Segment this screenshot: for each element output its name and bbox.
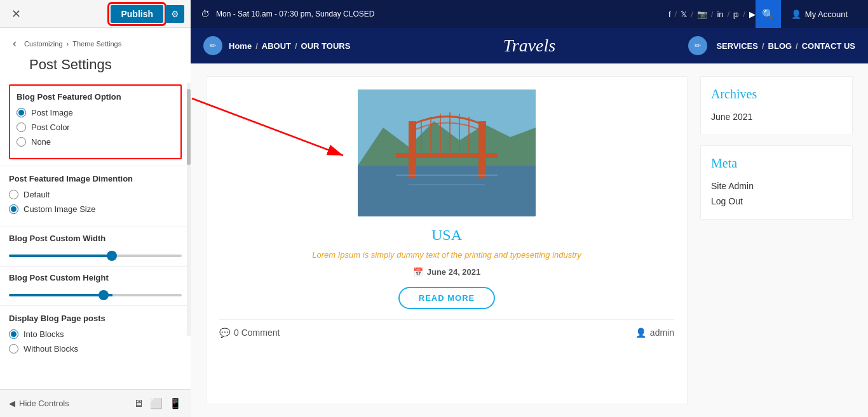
option-post-color-label: Post Color xyxy=(31,122,70,132)
panel-scrollbar[interactable] xyxy=(187,83,191,336)
option-none-label: None xyxy=(31,137,51,147)
bottom-bar: ◀ Hide Controls 🖥 ⬜ 📱 xyxy=(0,389,191,417)
breadcrumb-area: ‹ Customizing › Theme Settings xyxy=(0,28,191,55)
youtube-icon[interactable]: ▶ xyxy=(749,10,756,19)
read-more-button[interactable]: READ MORE xyxy=(398,287,495,309)
gear-button[interactable]: ⚙ xyxy=(166,5,184,23)
featured-option-title: Blog Post Featured Option xyxy=(17,92,174,102)
page-title: Post Settings xyxy=(0,55,191,79)
author-name: admin xyxy=(650,328,674,338)
header-info: ⏱ Mon - Sat 10.am - 07:30 pm, Sunday CLO… xyxy=(201,9,668,19)
hide-controls[interactable]: ◀ Hide Controls xyxy=(9,399,69,408)
option-post-image[interactable]: Post Image xyxy=(17,108,174,117)
radio-post-image[interactable] xyxy=(17,108,26,117)
back-arrow[interactable]: ‹ xyxy=(9,36,20,51)
sep2: / xyxy=(691,10,693,19)
svg-rect-7 xyxy=(396,153,498,158)
post-excerpt: Lorem Ipsum is simply dummy text of the … xyxy=(312,250,581,260)
content-area: USA Lorem Ipsum is simply dummy text of … xyxy=(191,63,868,417)
author-icon: 👤 xyxy=(635,328,646,338)
meta-item-log-out[interactable]: Log Out xyxy=(711,194,842,209)
meta-item-site-admin[interactable]: Site Admin xyxy=(711,178,842,194)
radio-default[interactable] xyxy=(9,190,18,199)
nav-sep4: / xyxy=(796,41,798,51)
width-slider[interactable] xyxy=(9,255,182,257)
twitter-icon[interactable]: 𝕏 xyxy=(681,10,687,19)
mobile-icon[interactable]: 📱 xyxy=(169,397,182,409)
sep4: / xyxy=(728,10,730,19)
nav-contact[interactable]: CONTACT US xyxy=(802,41,855,51)
publish-button[interactable]: Publish xyxy=(111,5,163,23)
height-label: Blog Post Custom Height xyxy=(9,273,182,282)
nav-about[interactable]: ABOUT xyxy=(262,41,291,51)
post-author: 👤 admin xyxy=(635,328,674,338)
archives-title: Archives xyxy=(711,87,842,102)
main-content: ⏱ Mon - Sat 10.am - 07:30 pm, Sunday CLO… xyxy=(191,0,868,417)
sep3: / xyxy=(711,10,714,19)
archive-item-0[interactable]: June 2021 xyxy=(711,109,842,124)
sep5: / xyxy=(743,10,745,19)
radio-post-color[interactable] xyxy=(17,122,26,132)
nav-edit-icon-left[interactable]: ✏ xyxy=(203,36,222,55)
meta-title: Meta xyxy=(711,156,842,171)
nav-home[interactable]: Home xyxy=(229,41,252,51)
width-section: Blog Post Custom Width xyxy=(0,227,191,266)
width-label: Blog Post Custom Width xyxy=(9,234,182,243)
nav-sep3: / xyxy=(762,41,764,51)
post-date-text: June 24, 2021 xyxy=(427,267,481,277)
height-section: Blog Post Custom Height xyxy=(0,266,191,305)
image-dimension-section: Post Featured Image Dimention Default Cu… xyxy=(0,166,191,227)
height-slider[interactable] xyxy=(9,294,182,296)
left-panel: ✕ Publish ⚙ ‹ Customizing › Theme Settin… xyxy=(0,0,191,417)
comment-count: 0 Comment xyxy=(234,328,280,338)
linkedin-icon[interactable]: in xyxy=(717,10,723,19)
nav-blog[interactable]: BLOG xyxy=(768,41,792,51)
featured-option-wrapper: Blog Post Featured Option Post Image Pos… xyxy=(0,79,191,166)
site-nav: ✏ Home / ABOUT / OUR TOURS Travels ✏ SER… xyxy=(191,28,868,63)
option-without-blocks-label: Without Blocks xyxy=(24,344,78,354)
radio-none[interactable] xyxy=(17,137,26,147)
nav-links-left: Home / ABOUT / OUR TOURS xyxy=(229,41,350,51)
meta-widget: Meta Site Admin Log Out xyxy=(700,145,853,220)
nav-our-tours[interactable]: OUR TOURS xyxy=(301,41,351,51)
svg-rect-4 xyxy=(358,166,536,216)
search-icon: 🔍 xyxy=(762,8,775,20)
device-icons: 🖥 ⬜ 📱 xyxy=(133,397,182,409)
nav-edit-icon-right[interactable]: ✏ xyxy=(688,36,707,55)
account-label: My Account xyxy=(805,10,848,19)
archives-widget: Archives June 2021 xyxy=(700,76,853,135)
close-button[interactable]: ✕ xyxy=(6,4,26,23)
header-account[interactable]: 👤 My Account xyxy=(781,10,858,19)
radio-without-blocks[interactable] xyxy=(9,344,18,354)
header-search[interactable]: 🔍 xyxy=(756,0,781,28)
instagram-icon[interactable]: 📷 xyxy=(697,10,707,19)
blog-section: USA Lorem Ipsum is simply dummy text of … xyxy=(206,76,688,404)
option-into-blocks-label: Into Blocks xyxy=(24,329,64,339)
pinterest-icon[interactable]: 𝕡 xyxy=(733,10,739,19)
radio-into-blocks[interactable] xyxy=(9,329,18,339)
nav-links-right: ✏ SERVICES / BLOG / CONTACT US xyxy=(688,36,855,55)
hide-controls-label: Hide Controls xyxy=(19,399,69,408)
tablet-icon[interactable]: ⬜ xyxy=(150,397,163,409)
nav-services[interactable]: SERVICES xyxy=(716,41,758,51)
featured-option-section: Blog Post Featured Option Post Image Pos… xyxy=(9,84,182,159)
sidebar: Archives June 2021 Meta Site Admin Log O… xyxy=(700,76,853,404)
post-title: USA xyxy=(431,227,462,244)
radio-custom-image-size[interactable] xyxy=(9,204,18,214)
facebook-icon[interactable]: f xyxy=(668,10,671,19)
post-footer: 💬 0 Comment 👤 admin xyxy=(219,319,674,338)
option-none[interactable]: None xyxy=(17,137,174,147)
top-bar: ✕ Publish ⚙ xyxy=(0,0,191,28)
display-title: Display Blog Page posts xyxy=(9,314,182,323)
option-post-color[interactable]: Post Color xyxy=(17,122,174,132)
desktop-icon[interactable]: 🖥 xyxy=(133,398,144,409)
option-into-blocks[interactable]: Into Blocks xyxy=(9,329,182,339)
panel-content: Blog Post Featured Option Post Image Pos… xyxy=(0,79,191,417)
option-default[interactable]: Default xyxy=(9,190,182,199)
post-comment: 💬 0 Comment xyxy=(219,328,280,338)
comment-icon: 💬 xyxy=(219,328,230,338)
nav-sep2: / xyxy=(295,41,297,51)
post-image xyxy=(358,89,536,216)
option-custom-image-size[interactable]: Custom Image Size xyxy=(9,204,182,214)
option-without-blocks[interactable]: Without Blocks xyxy=(9,344,182,354)
